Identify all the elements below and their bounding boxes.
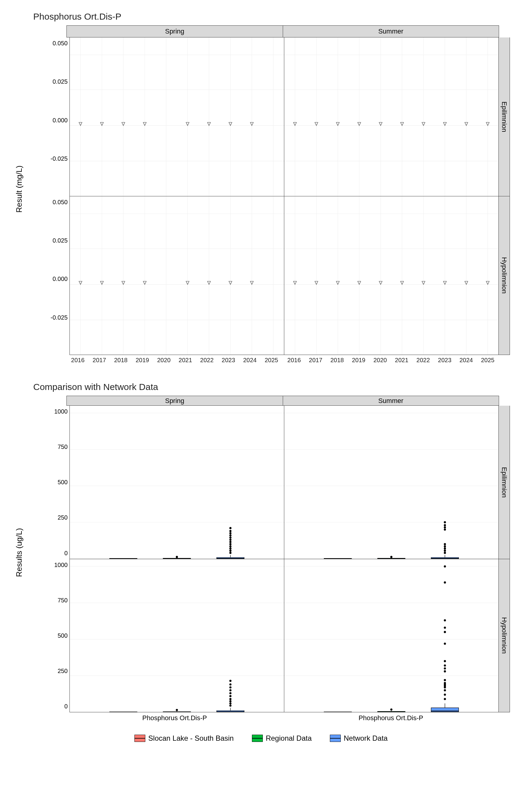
svg-point-118 (176, 709, 178, 711)
svg-point-159 (444, 643, 446, 645)
svg-point-125 (229, 698, 232, 700)
svg-point-105 (444, 524, 446, 526)
svg-point-106 (444, 521, 446, 523)
svg-point-156 (444, 667, 446, 669)
chart1-title: Phosphorus Ort.Dis-P (33, 12, 510, 22)
chart1-xticks-right: 2016201720182019202020212022202320242025 (283, 355, 499, 364)
svg-point-153 (444, 682, 446, 684)
svg-point-74 (229, 545, 232, 547)
svg-point-94 (390, 556, 393, 558)
chart2-row-facet-hypo: Hypolimnion (499, 559, 510, 712)
svg-point-160 (444, 631, 446, 633)
svg-point-161 (444, 627, 446, 629)
chart2-panel-summer-epi (284, 406, 499, 559)
svg-point-158 (444, 660, 446, 662)
svg-point-100 (444, 547, 446, 549)
svg-point-157 (444, 664, 446, 666)
legend-item-network: Network Data (330, 734, 387, 743)
svg-point-130 (229, 683, 232, 686)
chart2-col-facet-spring: Spring (66, 396, 283, 406)
svg-point-72 (229, 550, 232, 552)
svg-point-149 (444, 689, 446, 691)
svg-point-163 (444, 581, 446, 583)
chart1-ylabel: Result (mg/L) (15, 165, 24, 213)
chart1-panel-summer-epi (284, 38, 499, 196)
svg-point-122 (229, 705, 232, 707)
svg-point-98 (444, 552, 446, 554)
svg-point-104 (444, 526, 446, 528)
chart1-col-facet-summer: Summer (283, 25, 499, 38)
legend-swatch-green (252, 735, 263, 742)
svg-point-129 (229, 686, 232, 688)
chart2-xcat-right: Phosphorus Ort.Dis-P (283, 712, 499, 722)
svg-point-103 (444, 529, 446, 531)
legend-item-slocan: Slocan Lake - South Basin (135, 734, 234, 743)
svg-point-80 (229, 532, 232, 534)
svg-point-75 (229, 543, 232, 545)
chart1-col-facet-spring: Spring (66, 25, 283, 38)
chart1-row-facet-hypo: Hypolimnion (499, 196, 510, 355)
chart2-title: Comparison with Network Data (33, 382, 510, 392)
svg-point-124 (229, 700, 232, 702)
svg-point-127 (229, 692, 232, 694)
legend: Slocan Lake - South Basin Regional Data … (12, 734, 510, 743)
svg-point-148 (444, 694, 446, 696)
svg-point-73 (229, 547, 232, 549)
svg-point-82 (229, 527, 232, 529)
svg-point-101 (444, 545, 446, 547)
chart1-panel-spring-hypo (69, 196, 284, 355)
svg-point-76 (229, 541, 232, 543)
svg-point-147 (444, 698, 446, 700)
chart1-panel-spring-epi (69, 38, 284, 196)
chart2-xcat-left: Phosphorus Ort.Dis-P (66, 712, 283, 722)
svg-point-143 (390, 708, 393, 710)
chart2-row-facet-epi: Epilimnion (499, 406, 510, 559)
svg-point-162 (444, 619, 446, 622)
chart2-ylabel: Results (ug/L) (15, 528, 24, 577)
chart1-yticks: 0.050 0.025 0.000 -0.025 (42, 38, 69, 196)
chart2-panel-spring-hypo (69, 559, 284, 712)
svg-point-78 (229, 536, 232, 539)
svg-point-123 (229, 702, 232, 705)
legend-swatch-blue (330, 735, 341, 742)
svg-point-126 (229, 695, 232, 697)
chart1-xticks-left: 2016201720182019202020212022202320242025 (66, 355, 283, 364)
svg-point-77 (229, 539, 232, 541)
svg-point-128 (229, 689, 232, 691)
legend-swatch-red (135, 735, 145, 742)
chart1-row-facet-epi: Epilimnion (499, 38, 510, 196)
svg-point-102 (444, 543, 446, 545)
svg-point-71 (229, 552, 232, 554)
svg-point-67 (176, 556, 178, 558)
chart2-col-facet-summer: Summer (283, 396, 499, 406)
svg-point-131 (229, 680, 232, 682)
svg-point-155 (444, 670, 446, 672)
legend-item-regional: Regional Data (252, 734, 312, 743)
svg-point-99 (444, 550, 446, 552)
chart2-panel-spring-epi (69, 406, 284, 559)
svg-point-164 (444, 565, 446, 567)
chart2-panel-summer-hypo (284, 559, 499, 712)
svg-point-79 (229, 534, 232, 536)
chart1-panel-summer-hypo (284, 196, 499, 355)
svg-point-154 (444, 679, 446, 681)
svg-point-81 (229, 530, 232, 532)
